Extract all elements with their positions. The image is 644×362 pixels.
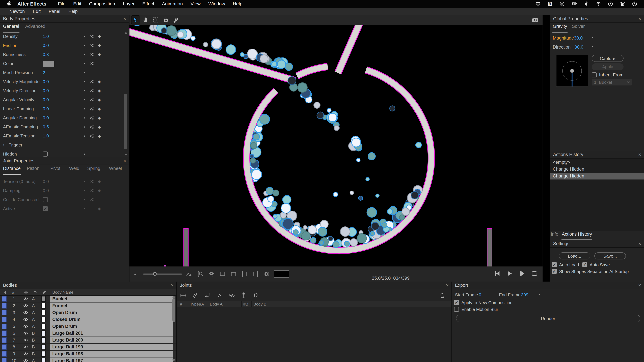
settings-checkbox-show-shapes-separation-at-startup[interactable]: ✓ [552, 269, 557, 274]
close-icon[interactable]: × [638, 241, 641, 247]
simulation-ball[interactable] [273, 214, 277, 219]
body-tag-swatch[interactable] [2, 351, 7, 357]
chevron-right-icon[interactable]: › [3, 142, 4, 147]
eye-icon[interactable] [23, 324, 28, 329]
simulation-ball[interactable] [308, 226, 316, 234]
stopwatch-dot[interactable]: • [84, 70, 85, 75]
simulation-ball[interactable] [318, 227, 327, 236]
close-icon[interactable]: × [638, 151, 641, 158]
export-checkbox-apply-to-new-composition[interactable]: ✓ [454, 300, 459, 305]
active-app-name[interactable]: After Effects [18, 1, 46, 7]
tag-icon[interactable] [2, 290, 8, 295]
status-clock[interactable] [632, 1, 637, 6]
wall-right-button[interactable] [252, 270, 259, 278]
simulation-ball[interactable] [278, 60, 286, 68]
step-forward-button[interactable] [518, 270, 526, 277]
simulation-ball[interactable] [352, 138, 360, 147]
inherit-source-dropdown[interactable]: 1. Bucket [592, 79, 632, 85]
stopwatch-dot[interactable]: • [84, 134, 85, 138]
simulation-ball[interactable] [304, 226, 307, 229]
body-color-swatch[interactable] [41, 303, 46, 309]
shuffle-icon[interactable] [90, 97, 94, 102]
status-wifi[interactable] [596, 1, 601, 6]
body-row-closed-drum[interactable]: 4AClosed Drum [0, 316, 176, 323]
body-row-open-drum[interactable]: 5AOpen Drum [0, 323, 176, 330]
body-tag-swatch[interactable] [2, 331, 7, 336]
macos-menu-layer[interactable]: Layer [123, 1, 134, 6]
selection-tool-button[interactable] [132, 16, 140, 24]
simulation-ball[interactable] [282, 195, 291, 204]
simulation-ball[interactable] [191, 36, 195, 40]
status-dropbox[interactable] [535, 1, 541, 6]
body-tag-swatch[interactable] [2, 310, 7, 316]
settings-checkbox-auto-load[interactable]: ✓ [552, 262, 557, 267]
body-color-swatch[interactable] [41, 344, 46, 350]
shuffle-icon[interactable] [90, 106, 94, 111]
macos-menu-composition[interactable]: Composition [89, 1, 115, 6]
shuffle-icon[interactable] [90, 61, 94, 66]
keyframe-icon[interactable]: ◆ [98, 206, 101, 211]
piston-joint-tool-button[interactable] [192, 292, 199, 299]
bodies-header[interactable]: Bodies × [0, 282, 176, 289]
history-item[interactable]: <empty> [550, 159, 644, 166]
scrollbar-thumb[interactable] [124, 94, 127, 149]
property-value[interactable]: 0.5 [43, 124, 49, 130]
simulation-ball[interactable] [358, 196, 363, 200]
tab-gravity[interactable]: Gravity [553, 24, 567, 31]
wall-left-button[interactable] [241, 270, 248, 278]
shuffle-icon[interactable] [90, 197, 94, 202]
end-frame-dot[interactable]: • [538, 292, 540, 297]
wall-top-button[interactable] [230, 270, 237, 278]
keyframe-icon[interactable]: ◆ [98, 134, 101, 138]
index-column-icon[interactable]: # [12, 290, 14, 295]
gravity-apple-tool-button[interactable] [162, 16, 170, 24]
status-command[interactable]: ⌘ [548, 1, 553, 6]
gear-button[interactable] [263, 270, 270, 278]
capture-button[interactable]: Capture [592, 55, 624, 62]
body-name[interactable]: Large Ball 198 [50, 351, 173, 357]
body-row-bucket[interactable]: 1ABucket [0, 296, 176, 302]
tab-piston[interactable]: Piston [27, 166, 40, 174]
joints-column--[interactable]: # [180, 302, 182, 307]
close-icon[interactable]: × [638, 282, 641, 289]
property-value[interactable]: 0.0 [43, 88, 49, 93]
status-control-center[interactable] [620, 1, 625, 6]
body-color-swatch[interactable] [41, 317, 46, 322]
tab-info[interactable]: Info [551, 232, 558, 239]
scroll-down-icon[interactable] [124, 154, 128, 156]
zoom-out-button[interactable] [132, 270, 140, 278]
property-value[interactable]: 1.0 [43, 34, 49, 39]
newton-menu-edit[interactable]: Edit [33, 9, 41, 14]
eye-icon[interactable] [23, 345, 28, 350]
eye-icon[interactable] [23, 317, 28, 322]
scroll-up-icon[interactable] [172, 296, 176, 298]
timeline-playhead[interactable] [164, 265, 166, 267]
joints-column--b[interactable]: #B [243, 302, 248, 307]
stopwatch-dot[interactable]: • [84, 34, 85, 39]
property-checkbox[interactable] [43, 151, 48, 157]
settings-checkbox-auto-save[interactable]: ✓ [582, 262, 587, 267]
property-value[interactable]: 1.0 [43, 133, 49, 139]
body-row-large-ball-199[interactable]: 8BLarge Ball 199 [0, 344, 176, 350]
save-button[interactable]: Save... [594, 252, 626, 259]
keyframe-icon[interactable]: ◆ [98, 125, 101, 129]
body-name[interactable]: Large Ball 197 [50, 358, 173, 362]
simulation-ball[interactable] [333, 241, 339, 248]
group-icon[interactable] [32, 290, 38, 295]
simulation-ball[interactable] [250, 142, 257, 149]
body-row-large-ball-200[interactable]: 7BLarge Ball 200 [0, 337, 176, 344]
body-group-letter[interactable]: B [30, 345, 36, 350]
simulation-ball[interactable] [344, 241, 349, 246]
keyframe-icon[interactable]: ◆ [98, 179, 101, 184]
body-color-swatch[interactable] [41, 331, 46, 336]
eye-icon[interactable] [23, 303, 28, 308]
scroll-up-icon[interactable] [124, 32, 128, 34]
scrollbar-thumb[interactable] [172, 298, 176, 322]
wheel-joint-tool-button[interactable] [240, 292, 247, 299]
body-tag-swatch[interactable] [2, 358, 7, 362]
tab-weld[interactable]: Weld [69, 166, 79, 174]
tab-wheel[interactable]: Wheel [109, 166, 122, 174]
pivot-joint-tool-button[interactable] [204, 292, 211, 299]
simulation-ball[interactable] [367, 207, 377, 217]
stopwatch-dot[interactable]: • [84, 179, 85, 184]
